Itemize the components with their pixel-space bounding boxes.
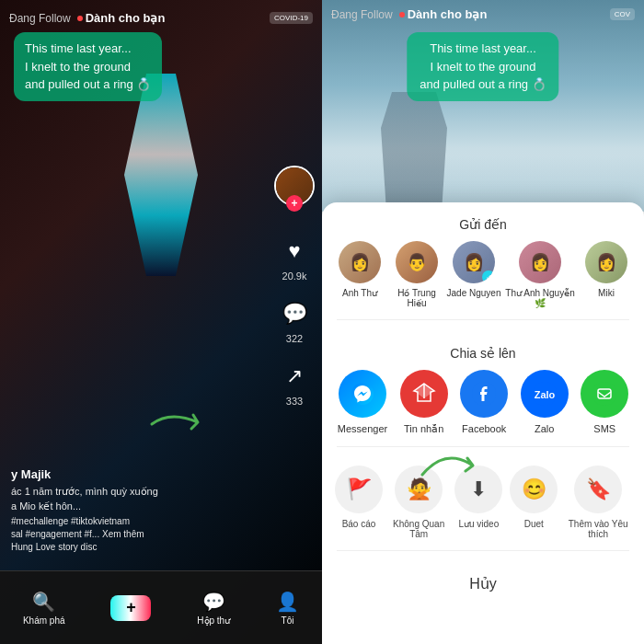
like-count: 20.9k <box>282 270 307 282</box>
friend-item-1[interactable]: 👩 Anh Thư <box>331 241 388 308</box>
them-vao-action[interactable]: 🔖 Thêm vào Yêu thích <box>561 466 635 539</box>
zalo-icon: Zalo <box>521 370 569 418</box>
bottom-navigation: 🔍 Khám phá + 💬 Hộp thư 👤 Tôi <box>0 570 322 644</box>
right-follow-dot <box>399 12 405 17</box>
search-icon: 🔍 <box>32 591 55 613</box>
comment-icon: 💬 <box>277 296 312 331</box>
song-desc2: a Mio kết hôn... <box>11 500 267 513</box>
right-danh-cho-ban: Dành cho bạn <box>408 7 488 21</box>
follow-plus-button[interactable]: + <box>286 195 303 212</box>
lyrics-line2: I knelt to the ground <box>25 58 151 76</box>
friend-name-1: Anh Thư <box>342 288 377 298</box>
nav-search[interactable]: 🔍 Khám phá <box>23 591 65 626</box>
lyrics-bubble-left: This time last year... I knelt to the gr… <box>14 32 162 101</box>
friend-avatar-4: 👩 <box>519 241 561 283</box>
right-panel: Đang Follow Dành cho bạn COV This time l… <box>322 0 644 644</box>
sms-app[interactable]: SMS <box>581 370 628 435</box>
svg-point-6 <box>592 382 616 406</box>
facebook-app[interactable]: Facebook <box>460 370 508 435</box>
divider-1 <box>337 319 629 320</box>
artist-name: y Majik <box>11 467 267 481</box>
tin-nhan-label: Tin nhắn <box>404 423 443 435</box>
gui-den-title: Gửi đến <box>322 202 644 241</box>
covid-badge: COVID-19 <box>270 12 313 24</box>
zalo-app[interactable]: Zalo Zalo <box>521 370 569 435</box>
right-lyrics-line3: and pulled out a ring 💍 <box>420 75 546 94</box>
song-desc1: ác 1 năm trước, mình quỳ xuống <box>11 485 267 499</box>
plus-icon: + <box>110 595 151 621</box>
friend-name-5: Miki <box>598 288 615 298</box>
bao-cao-icon: 🚩 <box>335 466 383 513</box>
friend-name-4: Thư Anh Nguyễn 🌿 <box>502 288 578 308</box>
friend-item-2[interactable]: 👨 Hồ Trung Hiếu <box>388 241 445 308</box>
friends-row: 👩 Anh Thư 👨 Hồ Trung Hiếu 👩 ✓ Jade Nguye… <box>322 241 644 308</box>
inbox-icon: 💬 <box>202 591 225 613</box>
divider-3 <box>337 550 629 551</box>
cancel-button[interactable]: Hủy <box>322 562 644 605</box>
khong-quan-tam-action[interactable]: 🙅 Không Quan Tâm <box>386 466 451 539</box>
nav-profile[interactable]: 👤 Tôi <box>276 591 299 626</box>
dang-follow-label: Đang Follow <box>9 12 71 25</box>
follow-dot <box>77 16 83 21</box>
comment-button[interactable]: 💬 322 <box>277 296 312 344</box>
luu-video-action[interactable]: ⬇ Lưu video <box>451 466 506 539</box>
tin-nhan-app[interactable]: Tin nhắn <box>400 370 448 435</box>
friend-item-3[interactable]: 👩 ✓ Jade Nguyen <box>445 241 502 308</box>
friend-avatar-5: 👩 <box>585 241 627 283</box>
right-video-preview: Đang Follow Dành cho bạn COV This time l… <box>322 0 644 212</box>
khong-quan-tam-icon: 🙅 <box>395 466 443 513</box>
nav-plus-button[interactable]: + <box>110 595 151 621</box>
right-top-bar: Đang Follow Dành cho bạn COV <box>331 7 635 21</box>
friend-name-2: Hồ Trung Hiếu <box>388 288 445 308</box>
facebook-label: Facebook <box>462 423 506 434</box>
zalo-label: Zalo <box>535 423 554 434</box>
bao-cao-action[interactable]: 🚩 Báo cáo <box>331 466 386 539</box>
friend-item-5[interactable]: 👩 Miki <box>578 241 635 308</box>
nav-khampha-label: Khám phá <box>23 615 65 626</box>
profile-icon: 👤 <box>276 591 299 613</box>
danh-cho-ban-label: Dành cho bạn <box>86 11 166 25</box>
right-lyrics-line1: This time last year... <box>420 40 546 58</box>
nav-hopthu-label: Hộp thư <box>197 615 230 626</box>
share-count: 333 <box>286 396 303 407</box>
right-covid-badge: COV <box>610 8 635 20</box>
video-info: y Majik ác 1 năm trước, mình quỳ xuống a… <box>11 467 267 552</box>
share-icon: ↗ <box>277 359 312 394</box>
right-dang-follow: Đang Follow <box>331 8 393 21</box>
avatar-container[interactable]: + <box>274 166 315 206</box>
share-button[interactable]: ↗ 333 <box>277 359 312 407</box>
nav-inbox[interactable]: 💬 Hộp thư <box>197 591 230 626</box>
friend-avatar-3: 👩 ✓ <box>453 241 495 283</box>
music-label: Hung Love story disc <box>11 542 267 552</box>
share-apps-row: Messenger Tin nhắn Facebook Zalo Zalo <box>322 370 644 435</box>
bao-cao-label: Báo cáo <box>342 519 376 529</box>
divider-2 <box>337 446 629 447</box>
sms-label: SMS <box>593 423 615 434</box>
duet-action[interactable]: 😊 Duet <box>506 466 561 539</box>
messenger-app[interactable]: Messenger <box>338 370 387 435</box>
hashtags: #mechallenge #tiktokvietnam <box>11 516 267 526</box>
heart-icon: ♥ <box>277 234 312 269</box>
duet-icon: 😊 <box>510 466 558 513</box>
share-sheet: Gửi đến 👩 Anh Thư 👨 Hồ Trung Hiếu 👩 ✓ <box>322 202 644 644</box>
friend-name-3: Jade Nguyen <box>447 288 501 298</box>
chia-se-len-title: Chia sẻ lên <box>322 331 644 370</box>
facebook-icon <box>460 370 508 418</box>
lyrics-line1: This time last year... <box>25 40 151 58</box>
nav-toi-label: Tôi <box>282 615 294 626</box>
luu-video-icon: ⬇ <box>454 466 502 513</box>
video-actions-sidebar: + ♥ 20.9k 💬 322 ↗ 333 <box>274 166 315 407</box>
sms-icon <box>581 370 628 418</box>
left-panel: Đang Follow Dành cho bạn COVID-19 This t… <box>0 0 322 644</box>
action-row: 🚩 Báo cáo 🙅 Không Quan Tâm ⬇ <box>322 458 644 539</box>
friend-item-4[interactable]: 👩 Thư Anh Nguyễn 🌿 <box>502 241 578 308</box>
friend-avatar-1: 👩 <box>339 241 381 283</box>
like-button[interactable]: ♥ 20.9k <box>277 234 312 282</box>
messenger-icon <box>339 370 386 418</box>
left-top-bar: Đang Follow Dành cho bạn COVID-19 <box>0 7 322 29</box>
svg-text:Zalo: Zalo <box>534 389 555 400</box>
duet-label: Duet <box>524 519 544 529</box>
lyrics-line3: and pulled out a ring 💍 <box>25 75 151 94</box>
messenger-label: Messenger <box>338 423 387 434</box>
luu-video-label: Lưu video <box>458 519 499 529</box>
